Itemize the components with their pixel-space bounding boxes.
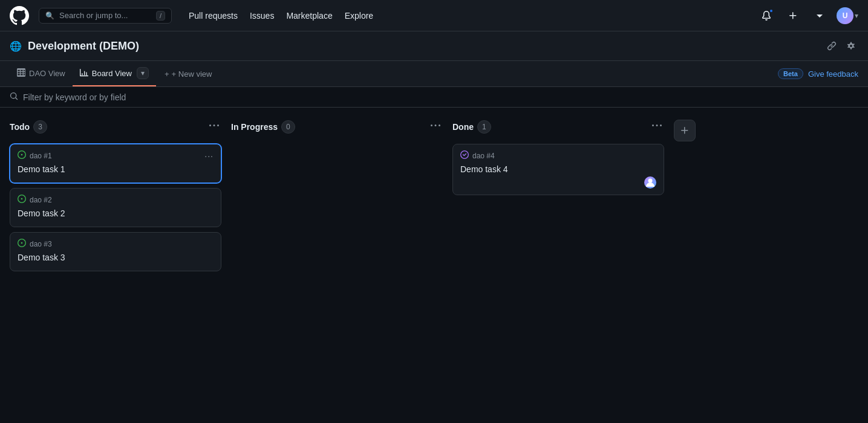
nav-links: Pull requests Issues Marketplace Explore	[184, 8, 378, 23]
card-title-card-1: Demo task 1	[18, 164, 214, 174]
column-title-in-progress: In Progress	[231, 122, 278, 132]
issue-open-icon	[18, 150, 26, 161]
card-more-card-1[interactable]: ···	[204, 152, 214, 160]
column-todo: Todo3dao #1···Demo task 1dao #2Demo task…	[10, 117, 221, 271]
card-repo-card-3: dao #3	[30, 240, 52, 248]
filter-input[interactable]	[23, 92, 858, 102]
notifications-button[interactable]	[757, 6, 776, 25]
nav-right: U ▾	[757, 6, 858, 25]
add-column-button[interactable]	[674, 120, 696, 141]
card-card-1[interactable]: dao #1···Demo task 1	[10, 144, 221, 183]
column-in-progress: In Progress0	[231, 117, 443, 139]
card-repo-card-2: dao #2	[30, 196, 52, 204]
card-repo-card-4: dao #4	[472, 152, 495, 160]
tabs-bar: DAO View Board View ▾ + + New view Beta …	[0, 61, 868, 87]
nav-marketplace[interactable]: Marketplace	[281, 8, 337, 23]
column-menu-todo[interactable]	[207, 120, 221, 134]
tab-dao-label: DAO View	[29, 69, 65, 78]
column-header-in-progress: In Progress0	[231, 117, 443, 139]
card-meta-card-3: dao #3	[18, 239, 214, 249]
column-count-todo: 3	[33, 120, 47, 134]
nav-pull-requests[interactable]: Pull requests	[184, 8, 243, 23]
board-icon	[80, 68, 88, 79]
issue-open-icon	[18, 195, 26, 205]
user-avatar: U	[837, 7, 853, 24]
table-icon	[17, 68, 25, 79]
filter-search-icon	[10, 92, 18, 102]
card-card-2[interactable]: dao #2Demo task 2	[10, 188, 221, 227]
filter-bar	[0, 87, 868, 108]
project-header: 🌐 Development (DEMO)	[0, 31, 868, 61]
issue-closed-icon	[460, 150, 469, 161]
tab-dao-view[interactable]: DAO View	[10, 62, 73, 86]
beta-badge: Beta	[778, 68, 803, 79]
column-header-todo: Todo3	[10, 117, 221, 139]
card-assignee-avatar	[644, 176, 656, 189]
card-card-3[interactable]: dao #3Demo task 3	[10, 232, 221, 271]
tab-board-view[interactable]: Board View ▾	[73, 61, 156, 86]
nav-issues[interactable]: Issues	[245, 8, 279, 23]
board: Todo3dao #1···Demo task 1dao #2Demo task…	[0, 108, 868, 417]
project-link-button[interactable]	[824, 39, 839, 53]
new-view-label: + New view	[172, 69, 212, 79]
card-title-card-4: Demo task 4	[460, 164, 656, 174]
tabs-right: Beta Give feedback	[778, 68, 858, 79]
global-search[interactable]: 🔍 Search or jump to... /	[39, 8, 172, 24]
search-icon: 🔍	[45, 11, 54, 20]
column-title-todo: Todo	[10, 122, 30, 132]
card-meta-card-1: dao #1···	[18, 150, 214, 161]
notification-dot	[769, 8, 774, 13]
column-header-done: Done1	[452, 117, 664, 139]
add-view-button[interactable]: + + New view	[158, 65, 218, 83]
search-text: Search or jump to...	[59, 11, 128, 20]
card-meta-card-2: dao #2	[18, 195, 214, 205]
tab-board-label: Board View	[92, 69, 132, 78]
column-count-in-progress: 0	[281, 120, 295, 134]
card-title-card-3: Demo task 3	[18, 253, 214, 262]
user-avatar-group[interactable]: U ▾	[837, 7, 858, 24]
column-menu-in-progress[interactable]	[428, 120, 443, 134]
board-view-options[interactable]: ▾	[137, 67, 149, 79]
card-card-4[interactable]: dao #4Demo task 4	[452, 144, 664, 195]
expand-button[interactable]	[810, 6, 829, 25]
card-repo-card-1: dao #1	[30, 152, 52, 160]
project-settings-button[interactable]	[844, 39, 858, 53]
svg-point-0	[648, 179, 653, 183]
create-button[interactable]	[783, 6, 803, 25]
plus-icon: +	[165, 69, 169, 79]
project-title: Development (DEMO)	[28, 40, 139, 53]
search-kbd: /	[156, 11, 165, 21]
chevron-down-icon: ▾	[855, 11, 858, 20]
issue-open-icon	[18, 239, 26, 249]
give-feedback-link[interactable]: Give feedback	[808, 69, 858, 79]
column-count-done: 1	[477, 120, 491, 134]
topnav: 🔍 Search or jump to... / Pull requests I…	[0, 0, 868, 31]
card-meta-card-4: dao #4	[460, 150, 656, 161]
project-header-actions	[824, 39, 858, 53]
github-logo[interactable]	[10, 6, 29, 25]
card-footer-card-4	[460, 176, 656, 189]
project-globe-icon: 🌐	[10, 40, 22, 52]
column-menu-done[interactable]	[650, 120, 664, 134]
nav-explore[interactable]: Explore	[340, 8, 378, 23]
column-done: Done1dao #4Demo task 4	[452, 117, 664, 195]
column-title-done: Done	[452, 122, 474, 132]
card-title-card-2: Demo task 2	[18, 208, 214, 218]
